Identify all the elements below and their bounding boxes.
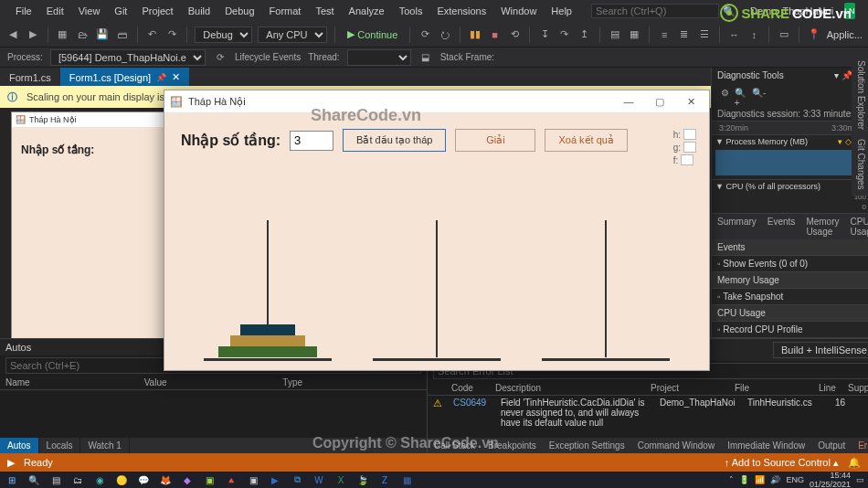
tray-time[interactable]: 15:44 <box>830 471 851 480</box>
align-left-icon[interactable]: ≡ <box>657 27 672 42</box>
gdrive-icon[interactable]: 🔺 <box>223 473 239 486</box>
messenger-icon[interactable]: 💬 <box>135 473 152 486</box>
error-scope-select[interactable]: Build + IntelliSense <box>773 342 868 358</box>
pycharm-icon[interactable]: ▣ <box>201 473 217 486</box>
tab-autos[interactable]: Autos <box>0 438 39 453</box>
tab-callstack[interactable]: Call Stack <box>428 438 482 453</box>
order-icon[interactable]: ▭ <box>777 27 791 42</box>
tray-chevron-icon[interactable]: ˄ <box>729 475 734 484</box>
powershell-icon[interactable]: ▶ <box>267 473 283 486</box>
user-badge[interactable]: LN <box>844 3 855 19</box>
tray-date[interactable]: 01/25/2021 <box>810 480 851 488</box>
status-source-control[interactable]: ↑ Add to Source Control ▴ <box>725 457 839 469</box>
close-tab-icon[interactable]: ✕ <box>172 71 180 83</box>
start-menu-icon[interactable]: ⊞ <box>4 473 20 486</box>
menu-format[interactable]: Format <box>263 3 308 19</box>
tab-locals[interactable]: Locals <box>39 438 81 453</box>
diag-snapshot[interactable]: ◦ Take Snapshot <box>712 289 868 305</box>
menu-help[interactable]: Help <box>545 3 578 19</box>
tray-volume-icon[interactable]: 🔊 <box>770 475 780 484</box>
rail-git-changes[interactable]: Git Changes <box>853 139 866 190</box>
diag-zoom-out-icon[interactable]: 🔍- <box>752 85 767 100</box>
tab-form1-cs[interactable]: Form1.cs <box>0 69 60 86</box>
thread-select[interactable] <box>347 49 411 66</box>
build-tower-button[interactable]: Bắt đầu tạo tháp <box>343 129 446 152</box>
nav-fwd-icon[interactable]: ▶ <box>26 27 40 42</box>
app-minimize-icon[interactable]: — <box>616 96 641 107</box>
vbox-icon[interactable]: ▦ <box>398 473 415 486</box>
col-desc[interactable]: Description <box>495 383 651 393</box>
floors-input[interactable] <box>290 131 333 151</box>
clear-result-button[interactable]: Xoá kết quả <box>545 129 627 152</box>
tray-lang[interactable]: ENG <box>786 475 804 484</box>
pause-icon[interactable]: ▮▮ <box>468 27 482 42</box>
menu-project[interactable]: Project <box>135 3 179 19</box>
layout-icon[interactable]: ▤ <box>608 27 622 42</box>
tab-immediate[interactable]: Immediate Window <box>721 438 811 453</box>
align-center-icon[interactable]: ≣ <box>677 27 692 42</box>
redo-icon[interactable]: ↷ <box>165 27 180 42</box>
restart-icon[interactable]: ⟲ <box>508 27 523 42</box>
excel-icon[interactable]: X <box>333 473 349 486</box>
quick-search[interactable] <box>591 4 719 18</box>
undo-icon[interactable]: ↶ <box>145 27 160 42</box>
nav-back-icon[interactable]: ◀ <box>5 27 20 42</box>
autos-col-value[interactable]: Value <box>144 377 283 387</box>
step-out-icon[interactable]: ↥ <box>577 27 592 42</box>
tray-wifi-icon[interactable]: 📶 <box>755 475 765 484</box>
grid-icon[interactable]: ▦ <box>627 27 641 42</box>
quick-search-input[interactable] <box>591 4 719 18</box>
app-close-icon[interactable]: ✕ <box>678 96 704 108</box>
refresh-icon[interactable]: ⟳ <box>418 27 432 42</box>
app-maximize-icon[interactable]: ▢ <box>647 96 672 108</box>
taskview-icon[interactable]: ▤ <box>48 473 64 486</box>
diag-tab-summary[interactable]: Summary <box>712 214 762 239</box>
step-over-icon[interactable]: ↷ <box>557 27 572 42</box>
tab-watch1[interactable]: Watch 1 <box>80 438 129 453</box>
lifecycle-icon[interactable]: ⟳ <box>213 50 228 65</box>
tray-notifications-icon[interactable]: ▭ <box>856 475 864 484</box>
diag-zoom-in-icon[interactable]: 🔍+ <box>735 90 749 105</box>
diag-show-events[interactable]: ◦ Show Events (0 of 0) <box>712 256 868 272</box>
firefox-icon[interactable]: 🦊 <box>157 473 174 486</box>
pin-icon[interactable]: 📌 <box>156 73 166 82</box>
col-file[interactable]: File <box>735 383 819 393</box>
autos-col-type[interactable]: Type <box>282 377 421 387</box>
step-into-icon[interactable]: ↧ <box>537 27 552 42</box>
col-line[interactable]: Line <box>819 383 848 393</box>
chrome-icon[interactable]: 🟡 <box>113 473 130 486</box>
config-select[interactable]: Debug <box>195 27 252 43</box>
menu-build[interactable]: Build <box>182 3 217 19</box>
sync-icon[interactable]: ⭮ <box>438 27 452 42</box>
solve-button[interactable]: Giải <box>455 129 535 152</box>
diag-record-cpu[interactable]: ◦ Record CPU Profile <box>712 322 868 338</box>
diag-select-icon[interactable]: ⚙ <box>717 85 732 100</box>
menu-extensions[interactable]: Extensions <box>430 3 492 19</box>
cpu-chart[interactable]: ▼ CPU (% of all processors) 100 0 <box>712 180 868 214</box>
spacing-v-icon[interactable]: ↕ <box>746 27 761 42</box>
menu-edit[interactable]: Edit <box>40 3 70 19</box>
continue-button[interactable]: ▶ Continue <box>343 27 402 42</box>
menu-file[interactable]: File <box>9 3 38 19</box>
status-notifications-icon[interactable]: 🔔 <box>848 457 861 469</box>
rail-solution-explorer[interactable]: Solution Explorer <box>853 60 866 130</box>
search-taskbar-icon[interactable]: 🔍 <box>26 473 42 486</box>
stop-icon[interactable]: ■ <box>488 27 503 42</box>
menu-tools[interactable]: Tools <box>393 3 429 19</box>
col-state[interactable]: Suppression State <box>848 383 868 393</box>
align-right-icon[interactable]: ☰ <box>697 27 712 42</box>
save-icon[interactable]: 💾 <box>95 27 110 42</box>
menu-view[interactable]: View <box>72 3 107 19</box>
menu-analyze[interactable]: Analyze <box>343 3 391 19</box>
col-project[interactable]: Project <box>651 383 735 393</box>
coccoc-icon[interactable]: 🍃 <box>355 473 371 486</box>
diag-tab-cpu[interactable]: CPU Usage <box>845 214 869 239</box>
new-icon[interactable]: ▦ <box>56 27 70 42</box>
tab-errorlist[interactable]: Error List <box>852 438 868 453</box>
tab-exceptions[interactable]: Exception Settings <box>543 438 631 453</box>
vs-taskbar-icon[interactable]: ◆ <box>179 473 196 486</box>
designer-form-preview[interactable]: 🪟Tháp Hà Nội Nhập số tầng: <box>11 111 164 356</box>
running-app-window[interactable]: 🪟 Tháp Hà Nội — ▢ ✕ Nhập số tầng: Bắt đầ… <box>164 90 710 371</box>
memory-chart[interactable]: ▼ Process Memory (MB) ▾ ◇ 17 0 <box>712 135 868 180</box>
menu-debug[interactable]: Debug <box>218 3 260 19</box>
